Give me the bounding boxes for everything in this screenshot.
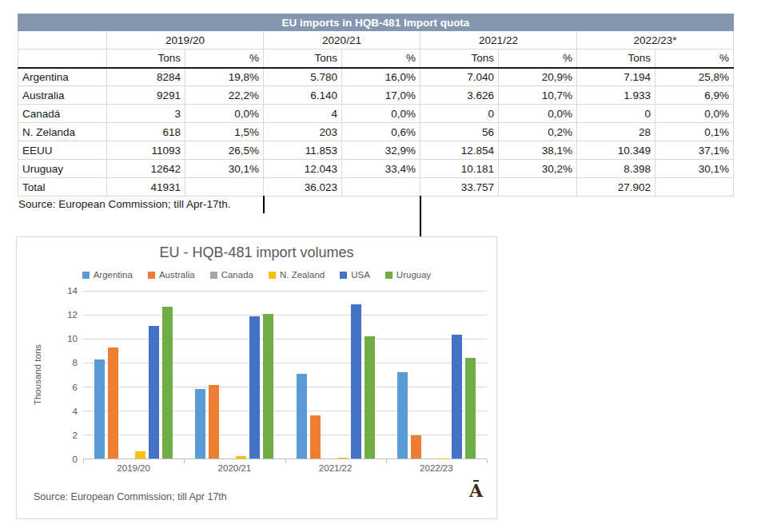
- value-cell: 9291: [107, 86, 185, 105]
- value-cell: 8.398: [577, 160, 655, 178]
- value-cell: 19,8%: [185, 68, 264, 86]
- value-cell: [185, 178, 264, 197]
- value-cell: 12642: [107, 160, 185, 178]
- value-cell: 0,0%: [499, 105, 577, 123]
- chart-panel: EU - HQB-481 import volumes ArgentinaAus…: [16, 236, 497, 519]
- table-row: EEUU1109326,5%11.85332,9%12.85438,1%10.3…: [18, 141, 734, 160]
- value-cell: 3: [107, 105, 185, 123]
- y-tick-label: 0: [50, 455, 78, 464]
- bar-Uruguay-2019/20: [162, 307, 173, 459]
- value-cell: 0,0%: [655, 105, 734, 123]
- year-header: 2020/21: [264, 31, 420, 50]
- value-cell: 27.902: [577, 178, 655, 197]
- chart-title: EU - HQB-481 import volumes: [17, 244, 496, 261]
- bar-Australia-2021/22: [310, 415, 321, 459]
- bar-N. Zealand-2021/22: [337, 458, 348, 459]
- value-cell: 33,4%: [342, 160, 420, 178]
- value-cell: 203: [264, 123, 342, 141]
- legend-item: N. Zealand: [269, 270, 325, 280]
- table-row: Total4193136.02333.75727.902: [18, 178, 734, 197]
- legend-swatch-icon: [210, 272, 217, 279]
- bar-Argentina-2020/21: [195, 389, 205, 459]
- x-tick-label: 2021/22: [319, 463, 353, 473]
- value-cell: 10.349: [577, 141, 655, 160]
- table-row: Uruguay1264230,1%12.04333,4%10.18130,2%8…: [18, 160, 734, 178]
- value-cell: 30,1%: [185, 160, 264, 178]
- value-cell: 41931: [107, 178, 185, 197]
- row-label: Australia: [18, 86, 107, 105]
- y-tick-label: 2: [50, 431, 78, 440]
- bar-group-2020/21: [184, 291, 285, 459]
- corner-cell: [18, 31, 107, 50]
- x-tick-label: 2022/23: [420, 463, 453, 473]
- pct-header: %: [655, 50, 734, 68]
- table-group-divider: [420, 196, 421, 236]
- bar-Argentina-2021/22: [297, 374, 307, 459]
- y-tick-label: 4: [50, 407, 78, 416]
- table-source-note: Source: European Commission; till Apr-17…: [18, 198, 231, 210]
- value-cell: 0,2%: [499, 123, 577, 141]
- chart-logo: Ā: [469, 480, 483, 501]
- row-label: N. Zelanda: [18, 123, 107, 141]
- bar-Argentina-2022/23: [397, 372, 408, 459]
- value-cell: 8284: [107, 68, 185, 86]
- bar-Uruguay-2022/23: [465, 358, 476, 459]
- value-cell: 5.780: [264, 68, 342, 86]
- pct-header: %: [499, 50, 577, 68]
- legend-label: USA: [351, 270, 370, 280]
- row-label: Total: [18, 178, 107, 197]
- year-header: 2022/23*: [577, 31, 734, 50]
- value-cell: 33.757: [420, 178, 499, 197]
- value-cell: 1.933: [577, 86, 655, 105]
- value-cell: 11.853: [264, 141, 342, 160]
- x-axis-labels: 2019/202020/212021/222022/23: [83, 463, 487, 476]
- row-label: Argentina: [18, 68, 107, 86]
- value-cell: 17,0%: [342, 86, 420, 105]
- value-cell: 3.626: [420, 86, 499, 105]
- value-cell: 30,2%: [499, 160, 577, 178]
- value-cell: 0,6%: [342, 123, 420, 141]
- value-cell: 0,0%: [185, 105, 264, 123]
- row-label: Uruguay: [18, 160, 107, 178]
- table-subheader-row: Tons % Tons % Tons % Tons %: [18, 50, 734, 68]
- y-tick-label: 14: [50, 286, 78, 296]
- y-axis-title: Thousand tons: [33, 344, 42, 405]
- legend-label: N. Zealand: [280, 270, 325, 280]
- legend-label: Argentina: [94, 270, 133, 280]
- table-row: N. Zelanda6181,5%2030,6%560,2%280,1%: [18, 123, 734, 141]
- table-group-divider: [263, 196, 265, 213]
- value-cell: [499, 178, 577, 197]
- bar-USA-2022/23: [452, 335, 462, 459]
- legend-item: Canada: [210, 270, 253, 280]
- value-cell: 12.043: [264, 160, 342, 178]
- legend-label: Uruguay: [396, 270, 431, 280]
- row-label: EEUU: [18, 141, 107, 160]
- value-cell: 618: [107, 123, 185, 141]
- bar-USA-2020/21: [249, 316, 260, 459]
- bar-Uruguay-2020/21: [263, 314, 273, 459]
- value-cell: 6.140: [264, 86, 342, 105]
- legend-swatch-icon: [82, 272, 90, 279]
- bar-Argentina-2019/20: [94, 359, 105, 459]
- value-cell: 1,5%: [185, 123, 264, 141]
- bar-group-2021/22: [285, 291, 386, 459]
- tons-header: Tons: [264, 50, 342, 68]
- chart-source-note: Source: European Commission; till Apr 17…: [34, 491, 227, 502]
- tons-header: Tons: [577, 50, 655, 68]
- legend-swatch-icon: [148, 272, 155, 279]
- legend-label: Australia: [159, 270, 195, 280]
- legend-swatch-icon: [269, 272, 276, 279]
- value-cell: [655, 178, 734, 197]
- tons-header: Tons: [107, 50, 185, 68]
- row-label: Canadá: [18, 105, 107, 123]
- value-cell: 0: [577, 105, 655, 123]
- value-cell: 12.854: [420, 141, 499, 160]
- y-tick-label: 8: [50, 358, 78, 367]
- value-cell: 10,7%: [499, 86, 577, 105]
- plot-area: [83, 291, 487, 459]
- chart-legend: ArgentinaAustraliaCanadaN. ZealandUSAUru…: [17, 270, 496, 280]
- bar-N. Zealand-2020/21: [236, 456, 246, 459]
- y-tick-label: 6: [50, 383, 78, 392]
- year-header: 2019/20: [107, 31, 264, 50]
- bar-N. Zealand-2019/20: [135, 451, 145, 459]
